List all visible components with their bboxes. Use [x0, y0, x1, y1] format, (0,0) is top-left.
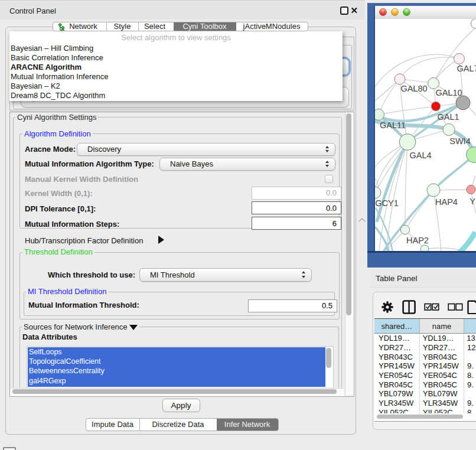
svg-text:GAL4: GAL4	[409, 151, 431, 160]
svg-text:SWI4: SWI4	[449, 136, 470, 146]
svg-text:GAL1: GAL1	[437, 112, 459, 122]
svg-text:GAL11: GAL11	[380, 120, 406, 130]
svg-text:GAL80: GAL80	[400, 84, 427, 93]
svg-text:GAL7: GAL7	[457, 64, 476, 73]
svg-text:HAP4: HAP4	[435, 197, 458, 207]
svg-text:Y: Y	[470, 197, 475, 206]
svg-text:GCY1: GCY1	[375, 198, 399, 208]
svg-text:HAP2: HAP2	[406, 236, 429, 245]
svg-text:GAL10: GAL10	[435, 88, 462, 97]
